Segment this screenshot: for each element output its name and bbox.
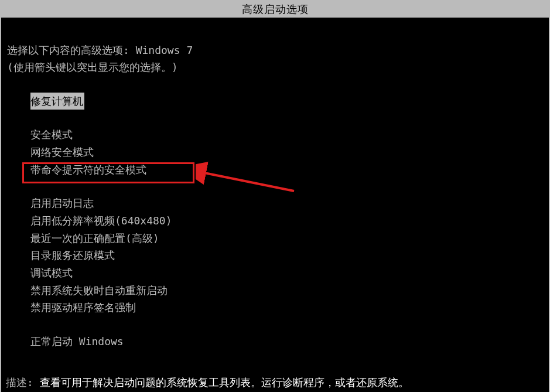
menu-item-boot-logging[interactable]: 启用启动日志 <box>30 195 543 212</box>
boot-menu: 修复计算机 安全模式 网络安全模式 带命令提示符的安全模式 启用启动日志 启用低… <box>7 93 543 350</box>
intro-line-1: 选择以下内容的高级选项: Windows 7 <box>7 42 543 59</box>
menu-item-start-normally[interactable]: 正常启动 Windows <box>30 333 543 350</box>
title-text: 高级启动选项 <box>242 3 309 15</box>
description-text: 查看可用于解决启动问题的系统恢复工具列表。运行诊断程序，或者还原系统。 <box>40 376 409 388</box>
menu-item-safe-mode-network[interactable]: 网络安全模式 <box>30 144 543 161</box>
menu-item-debug-mode[interactable]: 调试模式 <box>30 264 543 282</box>
menu-item-safe-mode[interactable]: 安全模式 <box>30 126 543 144</box>
description-line: 描述: 查看可用于解决启动问题的系统恢复工具列表。运行诊断程序，或者还原系统。 <box>6 376 544 390</box>
menu-item-repair-label: 修复计算机 <box>30 93 84 110</box>
content-area: 选择以下内容的高级选项: Windows 7 (使用箭头键以突出显示您的选择。)… <box>1 18 549 350</box>
intro-line-2: (使用箭头键以突出显示您的选择。) <box>7 59 543 76</box>
menu-item-disable-auto-restart[interactable]: 禁用系统失败时自动重新启动 <box>30 282 543 299</box>
menu-item-low-res[interactable]: 启用低分辨率视频(640x480) <box>30 212 543 230</box>
menu-item-disable-driver-sig[interactable]: 禁用驱动程序签名强制 <box>30 299 543 316</box>
intro-os: Windows 7 <box>136 44 193 56</box>
menu-item-last-known-good[interactable]: 最近一次的正确配置(高级) <box>30 230 543 247</box>
title-bar: 高级启动选项 <box>1 1 549 18</box>
menu-item-ds-restore[interactable]: 目录服务还原模式 <box>30 247 543 264</box>
menu-item-safe-mode-cmd[interactable]: 带命令提示符的安全模式 <box>30 161 543 179</box>
intro-prefix: 选择以下内容的高级选项: <box>7 44 136 56</box>
menu-item-repair[interactable]: 修复计算机 <box>30 93 543 110</box>
description-label: 描述: <box>6 376 40 388</box>
